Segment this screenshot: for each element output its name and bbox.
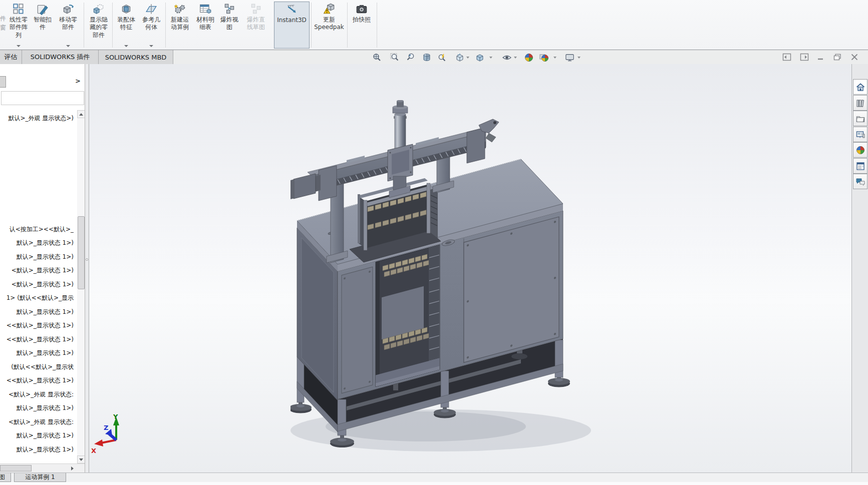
- feature-manager-tab-stub[interactable]: [0, 76, 6, 88]
- feature-tree-item[interactable]: <默认>_外观 显示状态:: [0, 390, 74, 398]
- dropdown-caret-icon: [66, 45, 70, 47]
- collapse-left-pane-button[interactable]: [782, 53, 791, 61]
- feature-tree-item[interactable]: <默认>_显示状态 1>): [0, 266, 74, 274]
- bill-of-materials-icon: [199, 3, 212, 16]
- feature-tree-item[interactable]: 默认>_显示状态 1>): [0, 404, 74, 412]
- smart-fastener-button[interactable]: 智能扣 件: [32, 2, 53, 49]
- feature-tree-item[interactable]: <<默认>_显示状态 1>): [0, 321, 74, 329]
- feature-tree-item[interactable]: 默认>_显示状态 1>): [0, 253, 74, 261]
- feature-tree-item[interactable]: 认<按加工><<默认>_: [0, 225, 74, 233]
- file-explorer-button[interactable]: [853, 111, 867, 126]
- folder-icon: [855, 114, 865, 124]
- button-label: 更新 Speedpak: [314, 16, 344, 32]
- dynamic-annotation-view-button[interactable]: [437, 53, 447, 63]
- design-library-button[interactable]: [853, 95, 867, 111]
- reference-geometry-button[interactable]: 参考几 何体: [139, 2, 163, 49]
- feature-tree-item[interactable]: <<默认>_显示状态 1>): [0, 376, 74, 384]
- custom-properties-button[interactable]: [853, 158, 867, 174]
- tree-scroll-right-button[interactable]: [68, 464, 76, 472]
- splitter-grip-icon[interactable]: [86, 258, 88, 261]
- status-bar: [0, 482, 868, 485]
- dropdown-caret-icon: [149, 45, 153, 47]
- apply-scene-button[interactable]: [539, 53, 549, 63]
- bill-of-materials-button[interactable]: 材料明 细表: [193, 2, 217, 49]
- solidworks-resources-button[interactable]: [853, 79, 867, 95]
- linear-component-pattern-button[interactable]: 线性零 部件阵 列: [6, 2, 31, 49]
- exploded-view-icon: [223, 3, 236, 16]
- model-3d[interactable]: [291, 100, 661, 460]
- close-button[interactable]: [850, 53, 859, 61]
- expand-panel-chevron-icon[interactable]: >: [75, 77, 81, 85]
- move-component-button[interactable]: 移动零 部件: [55, 2, 81, 49]
- hide-show-items-caret-icon[interactable]: [514, 57, 517, 59]
- feature-tree-item[interactable]: 默认>_外观 显示状态>): [0, 114, 74, 122]
- feature-tree-item[interactable]: <默认>_外观 显示状态:: [0, 418, 74, 426]
- tab-evaluate[interactable]: 评估: [0, 50, 22, 64]
- feature-tree-item[interactable]: <<默认>_显示状态 1>): [0, 335, 74, 343]
- tree-scrollbar-thumb[interactable]: [78, 216, 85, 289]
- feature-tree-item[interactable]: 默认>_显示状态 1>): [0, 349, 74, 357]
- button-label: 爆炸直 线草图: [247, 16, 265, 32]
- tree-filter-box[interactable]: [1, 91, 84, 105]
- button-label: 爆炸视 图: [220, 16, 238, 32]
- feature-tree-item[interactable]: 默认>_显示状态 1>): [0, 308, 74, 316]
- feature-tree-item[interactable]: 默认>_显示状态 1>): [0, 239, 74, 247]
- minimize-button[interactable]: [816, 53, 825, 61]
- tab-motion-study-1[interactable]: 运动算例 1: [14, 473, 66, 482]
- tab-model-view[interactable]: 图: [0, 473, 11, 482]
- view-settings-caret-icon[interactable]: [577, 57, 581, 59]
- tab-solidworks-mbd[interactable]: SOLIDWORKS MBD: [99, 50, 173, 64]
- restore-button[interactable]: [833, 53, 842, 61]
- zoom-to-fit-button[interactable]: [372, 53, 382, 63]
- instant3d-button[interactable]: Instant3D: [274, 2, 310, 49]
- graphics-viewport[interactable]: Y Z X: [89, 64, 851, 472]
- new-motion-study-button[interactable]: 新建运 动算例: [167, 2, 192, 49]
- ribbon-divider: [347, 3, 348, 48]
- feature-tree-item[interactable]: (默认<<默认>_显示状: [0, 363, 74, 371]
- feature-tree-item[interactable]: 默认>_显示状态 1>): [0, 445, 74, 453]
- previous-view-button[interactable]: [406, 53, 416, 63]
- tree-hscrollbar-thumb[interactable]: [0, 465, 32, 471]
- expand-right-pane-button[interactable]: [800, 53, 809, 61]
- edit-appearance-button[interactable]: [524, 53, 534, 63]
- feature-tree-item[interactable]: <默认>_显示状态 1>): [0, 280, 74, 288]
- hide-show-items-button[interactable]: [502, 53, 512, 63]
- take-snapshot-button[interactable]: 拍快照: [349, 2, 374, 49]
- feature-tree-item[interactable]: 默认>_显示状态 1>): [0, 431, 74, 439]
- tree-horizontal-scrollbar[interactable]: [0, 463, 85, 472]
- clipped-ribbon-button[interactable]: 件 窗: [0, 14, 6, 32]
- apply-scene-caret-icon[interactable]: [553, 57, 556, 59]
- show-hidden-components-button[interactable]: 显示隐 藏的零 部件: [86, 2, 112, 49]
- study-tab-bar: 图 运动算例 1: [0, 472, 868, 485]
- view-orientation-caret-icon[interactable]: [466, 57, 469, 59]
- home-icon: [855, 82, 865, 92]
- clipped-label-fragment: 件: [0, 15, 6, 22]
- feature-tree-item[interactable]: 1> (默认<<默认>_显示: [0, 294, 74, 302]
- update-speedpak-button[interactable]: 更新 Speedpak: [313, 2, 346, 49]
- panel-splitter[interactable]: [85, 64, 89, 472]
- tree-scroll-up-button[interactable]: [77, 110, 85, 118]
- triad-x-label: X: [91, 447, 96, 454]
- forum-button[interactable]: [853, 174, 867, 189]
- ribbon-toolbar: 件 窗 线性零 部件阵 列 智能扣 件 移动零 部件 显示隐 藏的零 部件 装配…: [0, 0, 868, 50]
- view-orientation-button[interactable]: [455, 53, 465, 63]
- instant3d-icon: [285, 3, 299, 16]
- display-style-button[interactable]: [475, 53, 485, 63]
- update-speedpak-icon: [323, 3, 336, 16]
- tree-scroll-down-button[interactable]: [77, 455, 85, 463]
- dropdown-caret-icon: [124, 45, 128, 47]
- tab-solidworks-addins[interactable]: SOLIDWORKS 插件: [22, 50, 99, 64]
- display-style-caret-icon[interactable]: [489, 57, 492, 59]
- assembly-features-button[interactable]: 装配体 特征: [114, 2, 138, 49]
- button-label: 智能扣 件: [34, 16, 52, 32]
- view-settings-button[interactable]: [565, 53, 575, 63]
- exploded-view-button[interactable]: 爆炸视 图: [218, 2, 240, 49]
- zoom-to-area-button[interactable]: [390, 53, 400, 63]
- appearances-scenes-button[interactable]: [853, 142, 867, 158]
- motion-study-icon: [173, 3, 186, 16]
- ribbon-divider: [112, 3, 113, 48]
- appearance-sphere-icon: [855, 145, 865, 155]
- view-palette-button[interactable]: [853, 127, 867, 142]
- task-pane: [851, 64, 868, 472]
- section-view-button[interactable]: [422, 53, 432, 63]
